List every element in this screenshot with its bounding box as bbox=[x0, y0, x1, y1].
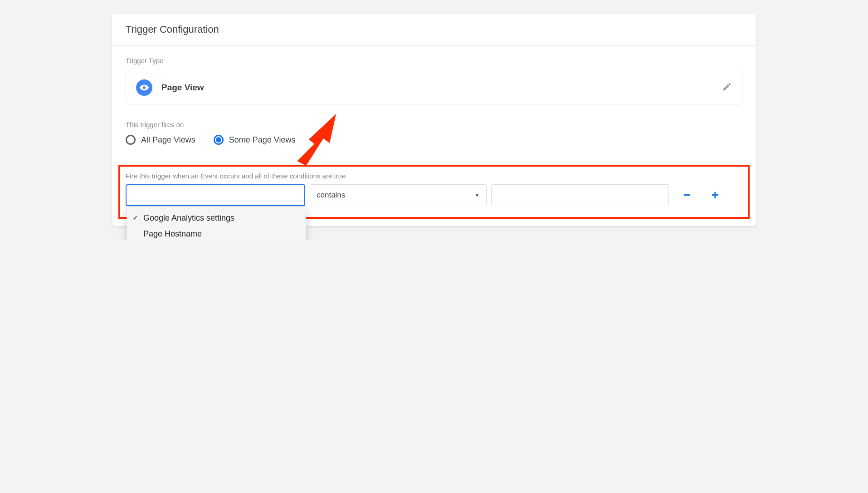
trigger-type-label: Trigger Type bbox=[126, 57, 742, 64]
card-body: Trigger Type Page View This trigger fire… bbox=[112, 46, 756, 226]
trigger-type-left: Page View bbox=[136, 79, 204, 96]
operator-value: contains bbox=[317, 191, 345, 200]
add-condition-button[interactable]: + bbox=[705, 185, 725, 205]
annotation-highlight: Fire this trigger when an Event occurs a… bbox=[118, 165, 750, 219]
radio-icon bbox=[126, 135, 136, 145]
radio-all-page-views[interactable]: All Page Views bbox=[126, 135, 195, 145]
page-view-icon bbox=[136, 79, 152, 96]
card-title: Trigger Configuration bbox=[112, 14, 756, 46]
variable-select[interactable]: Google Analytics settings Page Hostname … bbox=[126, 184, 305, 206]
edit-icon[interactable] bbox=[722, 82, 732, 94]
operator-select[interactable]: contains ▼ bbox=[310, 184, 487, 206]
trigger-type-selector[interactable]: Page View bbox=[126, 71, 742, 104]
svg-point-0 bbox=[143, 86, 146, 89]
dropdown-item-ga-settings[interactable]: Google Analytics settings bbox=[127, 210, 306, 226]
radio-some-page-views[interactable]: Some Page Views bbox=[214, 135, 296, 145]
radio-label: All Page Views bbox=[141, 135, 195, 145]
condition-label: Fire this trigger when an Event occurs a… bbox=[126, 172, 742, 180]
remove-condition-button[interactable]: − bbox=[677, 185, 697, 205]
condition-value-input[interactable] bbox=[491, 184, 669, 206]
chevron-down-icon: ▼ bbox=[474, 192, 480, 198]
trigger-type-value: Page View bbox=[161, 83, 204, 93]
dropdown-item-page-hostname[interactable]: Page Hostname bbox=[127, 226, 306, 240]
variable-dropdown: Google Analytics settings Page Hostname … bbox=[127, 206, 306, 240]
radio-label: Some Page Views bbox=[229, 135, 296, 145]
condition-row: Google Analytics settings Page Hostname … bbox=[126, 184, 742, 206]
fires-on-radio-group: All Page Views Some Page Views bbox=[126, 135, 742, 145]
radio-icon bbox=[214, 135, 224, 145]
trigger-config-card: Trigger Configuration Trigger Type Page … bbox=[112, 14, 756, 226]
fires-on-label: This trigger fires on bbox=[126, 121, 742, 128]
